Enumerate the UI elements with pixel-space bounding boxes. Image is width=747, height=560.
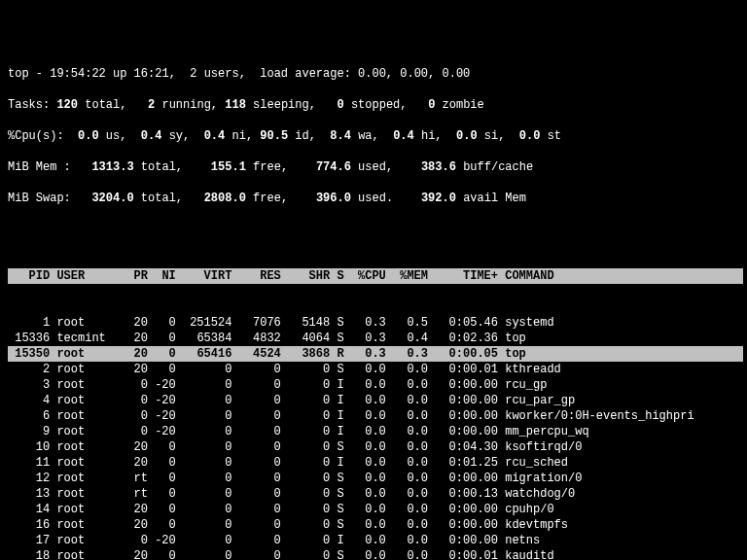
- process-row[interactable]: 10root200000S0.00.00:04.30ksoftirqd/0: [8, 439, 743, 455]
- col-ni[interactable]: NI: [148, 268, 176, 284]
- col-pid[interactable]: PID: [8, 268, 50, 284]
- cell-user: root: [50, 471, 120, 486]
- cell-user: root: [50, 424, 120, 439]
- cell-user: root: [50, 439, 120, 455]
- process-row[interactable]: 3root0-20000I0.00.00:00.00rcu_gp: [8, 377, 743, 393]
- process-row[interactable]: 16root200000S0.00.00:00.00kdevtmpfs: [8, 517, 743, 533]
- process-row[interactable]: 2root200000S0.00.00:00.01kthreadd: [8, 362, 743, 377]
- cell-mem: 0.0: [386, 548, 428, 560]
- cell-cmd: rcu_par_gp: [498, 393, 743, 408]
- cell-s: S: [330, 362, 343, 377]
- cell-virt: 0: [176, 362, 232, 377]
- cell-time: 0:00.00: [428, 424, 498, 439]
- cell-mem: 0.0: [386, 393, 428, 408]
- cell-time: 0:00.00: [428, 393, 498, 408]
- cell-s: S: [330, 517, 343, 533]
- cell-ni: 0: [148, 548, 176, 560]
- process-row[interactable]: 17root0-20000I0.00.00:00.00netns: [8, 533, 743, 548]
- summary-line-mem: MiB Mem : 1313.3 total, 155.1 free, 774.…: [8, 159, 743, 175]
- cell-time: 0:00.00: [428, 471, 498, 486]
- cell-s: I: [330, 393, 343, 408]
- cell-shr: 0: [281, 471, 330, 486]
- terminal-top-screen[interactable]: { "summary": { "line1": "top - 19:54:22 …: [0, 0, 747, 560]
- cell-shr: 0: [281, 424, 330, 439]
- col-s[interactable]: S: [330, 268, 343, 284]
- cell-ni: 0: [148, 331, 176, 346]
- process-row[interactable]: 1root20025152470765148S0.30.50:05.46syst…: [8, 315, 743, 331]
- col-pr[interactable]: PR: [120, 268, 148, 284]
- cell-cpu: 0.3: [344, 315, 386, 331]
- cell-pr: 20: [120, 517, 148, 533]
- cell-pid: 16: [8, 517, 50, 533]
- cell-cpu: 0.0: [344, 517, 386, 533]
- process-row[interactable]: 4root0-20000I0.00.00:00.00rcu_par_gp: [8, 393, 743, 408]
- cell-ni: 0: [148, 315, 176, 331]
- col-user[interactable]: USER: [50, 268, 120, 284]
- process-list[interactable]: 1root20025152470765148S0.30.50:05.46syst…: [8, 315, 743, 560]
- cell-cpu: 0.0: [344, 533, 386, 548]
- cell-shr: 0: [281, 408, 330, 424]
- cell-virt: 0: [176, 455, 232, 471]
- cell-time: 0:00.00: [428, 533, 498, 548]
- process-row[interactable]: 15350root2006541645243868R0.30.30:00.05t…: [8, 346, 743, 362]
- cell-time: 0:02.36: [428, 331, 498, 346]
- col-cpu[interactable]: %CPU: [344, 268, 386, 284]
- cell-s: S: [330, 331, 343, 346]
- cell-ni: -20: [148, 393, 176, 408]
- col-virt[interactable]: VIRT: [176, 268, 232, 284]
- cell-mem: 0.0: [386, 455, 428, 471]
- process-table-header[interactable]: PID USER PR NI VIRT RES SHR S %CPU %MEM …: [8, 268, 743, 284]
- process-row[interactable]: 12rootrt0000S0.00.00:00.00migration/0: [8, 471, 743, 486]
- cell-cmd: cpuhp/0: [498, 502, 743, 517]
- cell-pid: 12: [8, 471, 50, 486]
- col-res[interactable]: RES: [231, 268, 280, 284]
- cell-shr: 0: [281, 533, 330, 548]
- col-mem[interactable]: %MEM: [386, 268, 428, 284]
- cell-s: S: [330, 315, 343, 331]
- cell-pid: 14: [8, 502, 50, 517]
- cell-virt: 65416: [176, 346, 232, 362]
- summary-line-swap: MiB Swap: 3204.0 total, 2808.0 free, 396…: [8, 191, 743, 206]
- cell-ni: -20: [148, 533, 176, 548]
- col-shr[interactable]: SHR: [281, 268, 330, 284]
- cell-ni: -20: [148, 377, 176, 393]
- process-row[interactable]: 6root0-20000I0.00.00:00.00kworker/0:0H-e…: [8, 408, 743, 424]
- process-row[interactable]: 14root200000S0.00.00:00.00cpuhp/0: [8, 502, 743, 517]
- cell-time: 0:00.00: [428, 502, 498, 517]
- cell-time: 0:00.01: [428, 548, 498, 560]
- col-time[interactable]: TIME+: [428, 268, 498, 284]
- cell-time: 0:00.00: [428, 517, 498, 533]
- cell-cmd: migration/0: [498, 471, 743, 486]
- cell-pid: 15336: [8, 331, 50, 346]
- process-row[interactable]: 9root0-20000I0.00.00:00.00mm_percpu_wq: [8, 424, 743, 439]
- cell-mem: 0.0: [386, 471, 428, 486]
- cell-res: 0: [231, 408, 280, 424]
- summary-line-tasks: Tasks: 120 total, 2 running, 118 sleepin…: [8, 97, 743, 113]
- cell-shr: 0: [281, 393, 330, 408]
- process-row[interactable]: 18root200000S0.00.00:00.01kauditd: [8, 548, 743, 560]
- cell-shr: 0: [281, 377, 330, 393]
- cell-pid: 1: [8, 315, 50, 331]
- process-row[interactable]: 13rootrt0000S0.00.00:00.13watchdog/0: [8, 486, 743, 502]
- cell-shr: 0: [281, 517, 330, 533]
- cell-pr: rt: [120, 486, 148, 502]
- process-row[interactable]: 15336tecmint2006538448324064S0.30.40:02.…: [8, 331, 743, 346]
- cell-res: 0: [231, 377, 280, 393]
- cell-res: 0: [231, 362, 280, 377]
- cell-time: 0:04.30: [428, 439, 498, 455]
- cell-pr: 0: [120, 377, 148, 393]
- cell-virt: 0: [176, 548, 232, 560]
- cell-mem: 0.0: [386, 362, 428, 377]
- cell-s: S: [330, 502, 343, 517]
- cell-pr: rt: [120, 471, 148, 486]
- cell-pr: 0: [120, 393, 148, 408]
- cell-mem: 0.0: [386, 502, 428, 517]
- cell-mem: 0.0: [386, 533, 428, 548]
- cell-mem: 0.0: [386, 424, 428, 439]
- cell-virt: 0: [176, 486, 232, 502]
- cell-user: root: [50, 315, 120, 331]
- col-cmd[interactable]: COMMAND: [498, 268, 743, 284]
- cell-res: 7076: [231, 315, 280, 331]
- process-row[interactable]: 11root200000I0.00.00:01.25rcu_sched: [8, 455, 743, 471]
- cell-mem: 0.0: [386, 439, 428, 455]
